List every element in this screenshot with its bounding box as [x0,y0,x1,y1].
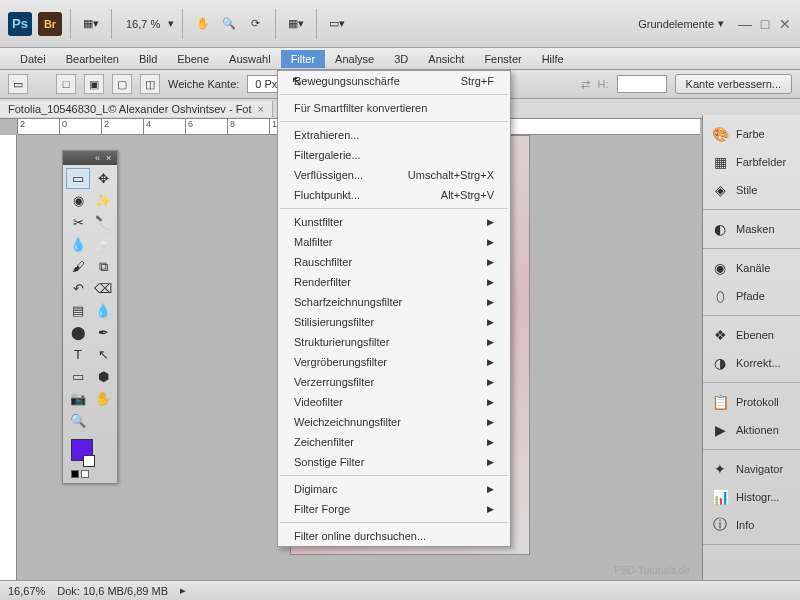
blur-tool[interactable]: 💧 [91,300,115,321]
filter-sub[interactable]: Scharfzeichnungsfilter▶ [278,292,510,312]
filter-sub[interactable]: Videofilter▶ [278,392,510,412]
panel-farbfelder[interactable]: ▦Farbfelder [703,148,800,176]
filter-liquify[interactable]: Verflüssigen...Umschalt+Strg+X [278,165,510,185]
3d-tool[interactable]: ⬢ [91,366,115,387]
panel-korrekt...[interactable]: ◑Korrekt... [703,349,800,377]
filter-sub[interactable]: Strukturierungsfilter▶ [278,332,510,352]
menu-auswahl[interactable]: Auswahl [219,50,281,68]
filter-sub[interactable]: Renderfilter▶ [278,272,510,292]
path-tool[interactable]: ↖ [91,344,115,365]
stamp-tool[interactable]: ⧉ [91,256,115,277]
shape-tool[interactable]: ▭ [66,366,90,387]
panel-navigator[interactable]: ✦Navigator [703,455,800,483]
arrange-icon[interactable]: ▦▾ [284,12,308,36]
slice-tool[interactable]: 🔪 [91,212,115,233]
filter-smartfilter[interactable]: Für Smartfilter konvertieren [278,98,510,118]
menu-bearbeiten[interactable]: Bearbeiten [56,50,129,68]
hand-tool[interactable]: ✋ [91,388,115,409]
filter-plugin[interactable]: Filter Forge▶ [278,499,510,519]
menu-datei[interactable]: Datei [10,50,56,68]
filter-sub[interactable]: Vergröberungsfilter▶ [278,352,510,372]
menu-ebene[interactable]: Ebene [167,50,219,68]
move-tool[interactable]: ✥ [91,168,115,189]
sel-subtract-icon[interactable]: ▢ [112,74,132,94]
toolbox-collapse-icon[interactable]: « [95,154,103,162]
eraser-tool[interactable]: ⌫ [91,278,115,299]
filter-sub[interactable]: Verzerrungsfilter▶ [278,372,510,392]
history-brush-tool[interactable]: ↶ [66,278,90,299]
menu-3d[interactable]: 3D [384,50,418,68]
status-zoom[interactable]: 16,67% [8,585,45,597]
app-icon-photoshop[interactable]: Ps [8,12,32,36]
rotate-icon[interactable]: ⟳ [243,12,267,36]
panel-protokoll[interactable]: 📋Protokoll [703,388,800,416]
filter-extract[interactable]: Extrahieren... [278,125,510,145]
3d-camera-tool[interactable]: 📷 [66,388,90,409]
sel-intersect-icon[interactable]: ◫ [140,74,160,94]
type-tool[interactable]: T [66,344,90,365]
filter-sub[interactable]: Sonstige Filter▶ [278,452,510,472]
workspace-selector[interactable]: Grundelemente▾ [630,15,732,32]
sel-new-icon[interactable]: □ [56,74,76,94]
sel-add-icon[interactable]: ▣ [84,74,104,94]
menu-ansicht[interactable]: Ansicht [418,50,474,68]
tab-close-icon[interactable]: × [258,103,264,115]
dodge-tool[interactable]: ⬤ [66,322,90,343]
wand-tool[interactable]: ✨ [91,190,115,211]
filter-last[interactable]: BewegungsunschärfeStrg+F [278,71,510,91]
panel-ebenen[interactable]: ❖Ebenen [703,321,800,349]
menu-hilfe[interactable]: Hilfe [532,50,574,68]
panel-kanäle[interactable]: ◉Kanäle [703,254,800,282]
lasso-tool[interactable]: ◉ [66,190,90,211]
filter-plugin[interactable]: Digimarc▶ [278,479,510,499]
tool-preset-icon[interactable]: ▭ [8,74,28,94]
panel-masken[interactable]: ◐Masken [703,215,800,243]
softedge-label: Weiche Kante: [168,78,239,90]
heal-tool[interactable]: 🩹 [91,234,115,255]
filter-sub[interactable]: Weichzeichnungsfilter▶ [278,412,510,432]
color-swatches[interactable] [63,434,117,483]
menu-fenster[interactable]: Fenster [474,50,531,68]
close-icon[interactable]: ✕ [778,17,792,31]
toolbox-close-icon[interactable]: × [106,154,114,162]
app-icon-bridge[interactable]: Br [38,12,62,36]
marquee-tool[interactable]: ▭ [66,168,90,189]
filter-browse[interactable]: Filter online durchsuchen... [278,526,510,546]
panel-pfade[interactable]: ⬯Pfade [703,282,800,310]
document-tab[interactable]: Fotolia_10546830_L© Alexander Oshvintsev… [0,101,273,117]
pen-tool[interactable]: ✒ [91,322,115,343]
menu-bild[interactable]: Bild [129,50,167,68]
background-color[interactable] [83,455,95,467]
filter-sub[interactable]: Rauschfilter▶ [278,252,510,272]
gradient-tool[interactable]: ▤ [66,300,90,321]
status-arrow-icon[interactable]: ▸ [180,584,186,597]
filter-sub[interactable]: Malfilter▶ [278,232,510,252]
menu-analyse[interactable]: Analyse [325,50,384,68]
menu-filter[interactable]: Filter [281,50,325,68]
launch-icon[interactable]: ▦▾ [79,12,103,36]
minimize-icon[interactable]: — [738,17,752,31]
panel-info[interactable]: ⓘInfo [703,511,800,539]
swap-icon[interactable]: ⇄ [581,78,590,91]
panel-histogr...[interactable]: 📊Histogr... [703,483,800,511]
crop-tool[interactable]: ✂ [66,212,90,233]
filter-vanish[interactable]: Fluchtpunkt...Alt+Strg+V [278,185,510,205]
filter-sub[interactable]: Zeichenfilter▶ [278,432,510,452]
zoom-display[interactable]: 16,7 % [120,16,166,32]
status-doc[interactable]: Dok: 10,6 MB/6,89 MB [57,585,168,597]
height-input[interactable] [617,75,667,93]
filter-gallery[interactable]: Filtergalerie... [278,145,510,165]
zoom-icon[interactable]: 🔍 [217,12,241,36]
maximize-icon[interactable]: □ [758,17,772,31]
zoom-tool[interactable]: 🔍 [66,410,90,431]
filter-sub[interactable]: Kunstfilter▶ [278,212,510,232]
eyedropper-tool[interactable]: 💧 [66,234,90,255]
filter-sub[interactable]: Stilisierungsfilter▶ [278,312,510,332]
panel-farbe[interactable]: 🎨Farbe [703,120,800,148]
panel-stile[interactable]: ◈Stile [703,176,800,204]
refine-edge-button[interactable]: Kante verbessern... [675,74,792,94]
brush-tool[interactable]: 🖌 [66,256,90,277]
screenmode-icon[interactable]: ▭▾ [325,12,349,36]
panel-aktionen[interactable]: ▶Aktionen [703,416,800,444]
hand-icon[interactable]: ✋ [191,12,215,36]
